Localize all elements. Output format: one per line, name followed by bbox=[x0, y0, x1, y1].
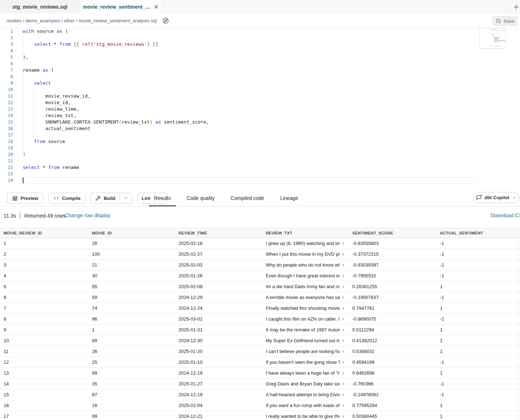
expand-review-icon[interactable] bbox=[341, 328, 345, 332]
expand-review-icon[interactable] bbox=[341, 252, 345, 256]
cell-review_time: 2024-12-19 bbox=[175, 392, 262, 397]
code-line[interactable]: 7rename as ( bbox=[0, 67, 520, 73]
code-line[interactable]: 12 movie_id, bbox=[0, 99, 520, 106]
code-line[interactable]: 22select * from rename bbox=[0, 164, 520, 171]
sql-code-editor[interactable]: 1with source as (23 select * from {{ ref… bbox=[0, 28, 520, 190]
code-line[interactable]: 14 review_txt, bbox=[0, 112, 520, 119]
cell-sentiment_score: 0.50380445 bbox=[349, 414, 436, 419]
minimap[interactable]: with source as ( select * from {{ ref('s… bbox=[480, 28, 506, 48]
review-text: A terrible movie as everyone has said. … bbox=[266, 295, 340, 300]
compile-button[interactable]: Compile bbox=[48, 193, 85, 204]
expand-review-icon[interactable] bbox=[341, 349, 345, 354]
build-button-group: Build bbox=[91, 193, 132, 204]
code-line[interactable]: 20) bbox=[0, 151, 520, 158]
cell-movie_review_id: 16 bbox=[0, 403, 88, 408]
table-row: 3212025-02-03Why do people who do not kn… bbox=[0, 260, 520, 271]
expand-review-icon[interactable] bbox=[341, 360, 345, 365]
expand-review-icon[interactable] bbox=[341, 371, 345, 375]
code-line[interactable]: 10 bbox=[0, 86, 520, 93]
expand-review-icon[interactable] bbox=[341, 295, 345, 300]
expand-review-icon[interactable] bbox=[341, 382, 345, 386]
cell-review_time: 2025-03-01 bbox=[175, 316, 262, 322]
new-tab-button[interactable] bbox=[511, 2, 520, 12]
build-dropdown-chevron-icon[interactable] bbox=[120, 193, 132, 203]
code-line[interactable]: 4 bbox=[0, 48, 520, 54]
code-line[interactable]: 3 select * from {{ ref('stg_movie_review… bbox=[0, 41, 520, 48]
cell-sentiment_score: -0.37372315 bbox=[349, 251, 436, 257]
code-line[interactable]: 5), bbox=[0, 54, 520, 61]
preview-button[interactable]: Preview bbox=[7, 193, 43, 204]
tab-compiled-code[interactable]: Compiled code bbox=[226, 190, 269, 206]
compass-icon[interactable] bbox=[161, 16, 171, 25]
table-row: 14352025-01-27Greg Davis and Bryan Daly … bbox=[0, 379, 520, 389]
code-line[interactable]: 6 bbox=[0, 61, 520, 67]
code-line[interactable]: 2 bbox=[0, 35, 520, 41]
cell-actual_sentiment: 1 bbox=[436, 281, 518, 292]
cell-movie_id: 26 bbox=[88, 349, 175, 354]
cell-review_time: 2025-02-04 bbox=[175, 403, 262, 408]
expand-review-icon[interactable] bbox=[341, 414, 345, 419]
change-row-display-link[interactable]: Change row display bbox=[65, 213, 110, 218]
dbt-copilot-button[interactable]: dbt Copilot bbox=[473, 192, 519, 203]
review-text: If you haven't seen the gong show TV s… bbox=[266, 359, 340, 365]
cell-review_txt: I caught this film on AZN on cable. It s… bbox=[262, 316, 349, 322]
tab-label: movie_review_sentiment_… bbox=[83, 4, 151, 10]
cell-review_txt: If you haven't seen the gong show TV s… bbox=[262, 359, 349, 365]
cell-review_txt: When I put this movie in my DVD playe… bbox=[262, 251, 349, 257]
review-text: If you want a fun romp with loads of s… bbox=[266, 403, 340, 408]
tab-results[interactable]: Results bbox=[149, 190, 176, 206]
cell-actual_sentiment: -1 bbox=[436, 314, 518, 324]
code-line[interactable]: 19 bbox=[0, 145, 520, 151]
cell-actual_sentiment: -1 bbox=[436, 292, 518, 303]
save-label: Save bbox=[503, 18, 514, 24]
close-tab-icon[interactable] bbox=[154, 5, 158, 9]
download-csv-link[interactable]: Download CSV bbox=[490, 213, 520, 218]
tab-code-quality[interactable]: Code quality bbox=[182, 190, 220, 206]
cell-review_time: 2025-02-03 bbox=[175, 262, 262, 268]
cell-actual_sentiment: -1 bbox=[436, 271, 518, 281]
code-line[interactable]: 16 actual_sentiment bbox=[0, 125, 520, 132]
expand-review-icon[interactable] bbox=[341, 274, 345, 278]
column-header-review_txt: REVIEW_TXT bbox=[262, 231, 349, 235]
build-button[interactable]: Build bbox=[91, 193, 120, 203]
expand-review-icon[interactable] bbox=[341, 263, 345, 267]
expand-review-icon[interactable] bbox=[341, 393, 345, 397]
code-line[interactable]: 8 bbox=[0, 73, 520, 80]
expand-review-icon[interactable] bbox=[341, 317, 345, 321]
copilot-label: dbt Copilot bbox=[485, 195, 510, 200]
cell-review_txt: My Super Ex Girlfriend turned out to b… bbox=[262, 338, 349, 343]
expand-review-icon[interactable] bbox=[341, 241, 345, 246]
code-line[interactable]: 1with source as ( bbox=[0, 28, 520, 35]
table-row: 6592024-12-29A terrible movie as everyon… bbox=[0, 292, 520, 303]
table-icon bbox=[12, 196, 18, 201]
preview-label: Preview bbox=[21, 196, 38, 201]
cell-movie_review_id: 3 bbox=[0, 262, 88, 268]
save-button[interactable]: Save bbox=[492, 16, 518, 26]
code-line[interactable]: 17 bbox=[0, 132, 520, 138]
code-line[interactable]: 18 from source bbox=[0, 138, 520, 145]
cell-sentiment_score: -0.7955532 bbox=[349, 273, 436, 278]
minimap-content: with source as ( select * from {{ ref('s… bbox=[481, 29, 505, 48]
expand-review-icon[interactable] bbox=[341, 339, 345, 343]
cell-sentiment_score: -0.83555603 bbox=[349, 241, 436, 246]
code-line[interactable]: 23 bbox=[0, 171, 520, 177]
tab-lineage[interactable]: Lineage bbox=[275, 190, 303, 206]
tab-label: Code quality bbox=[187, 195, 215, 201]
cell-movie_review_id: 12 bbox=[0, 359, 88, 365]
expand-review-icon[interactable] bbox=[341, 403, 345, 408]
tab-stg-movie-reviews[interactable]: stg_movie_reviews.sql bbox=[0, 0, 80, 13]
expand-review-icon[interactable] bbox=[341, 306, 345, 310]
code-line[interactable]: 15 SNOWFLAKE.CORTEX.SENTIMENT(review_txt… bbox=[0, 119, 520, 125]
review-text: Even though I have great interest in Bi… bbox=[266, 273, 340, 278]
cell-review_txt: I have always been a huge fan of "Hom… bbox=[262, 370, 349, 376]
line-number: 1 bbox=[0, 28, 13, 35]
code-line[interactable]: 11 movie_review_id, bbox=[0, 93, 520, 99]
cell-movie_review_id: 11 bbox=[0, 349, 88, 354]
code-line[interactable]: 13 review_time, bbox=[0, 106, 520, 112]
expand-review-icon[interactable] bbox=[341, 285, 345, 289]
code-line[interactable]: 9 select bbox=[0, 80, 520, 86]
code-line[interactable]: 21 bbox=[0, 158, 520, 164]
cell-review_time: 2024-12-29 bbox=[175, 295, 262, 300]
cell-sentiment_score: -0.24976082 bbox=[349, 392, 436, 397]
tab-movie-review-sentiment[interactable]: movie_review_sentiment_… bbox=[80, 0, 162, 14]
